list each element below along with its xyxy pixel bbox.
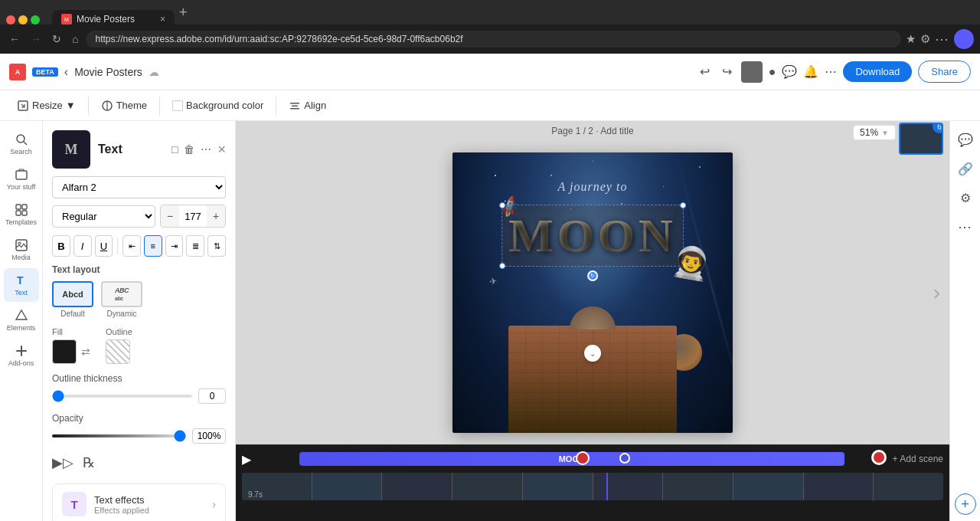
right-tool-settings[interactable]: ⚙ [953, 185, 978, 210]
tool-media[interactable]: Media [4, 233, 39, 267]
text-effects-section[interactable]: T Text effects Effects applied › [52, 483, 226, 521]
background-color-btn[interactable]: Background color [165, 97, 271, 114]
opacity-slider[interactable] [52, 434, 186, 437]
nav-home[interactable]: ⌂ [69, 31, 81, 47]
right-tool-comment[interactable]: 💬 [953, 127, 978, 152]
window-close[interactable] [6, 15, 15, 25]
panel-more-icon[interactable]: ⋯ [201, 143, 211, 156]
tool-your-stuff[interactable]: Your stuff [4, 162, 39, 196]
app-header: A BETA ‹ Movie Posters ☁ ↩ ↪ ● 💬 🔔 ⋯ Dow… [0, 54, 980, 90]
theme-btn[interactable]: Theme [93, 97, 155, 115]
font-style-select[interactable]: Regular [52, 205, 155, 228]
opacity-value[interactable] [192, 428, 226, 444]
italic-btn[interactable]: I [74, 235, 92, 257]
moon-text-container[interactable]: MOON ↻ [501, 205, 684, 267]
tool-addons[interactable]: Add-ons [4, 339, 39, 372]
cloud-icon: ☁ [149, 66, 159, 78]
text-format-row: B I U ⇤ ≡ ⇥ ≣ ⇅ [52, 235, 226, 257]
bold-btn[interactable]: B [52, 235, 70, 257]
download-button[interactable]: Download [843, 61, 912, 82]
font-size-input[interactable] [179, 211, 207, 222]
more-options[interactable]: ⋯ [825, 64, 837, 79]
resize-btn[interactable]: Resize ▼ [9, 97, 83, 115]
templates-icon [15, 203, 28, 217]
opacity-section: Opacity [52, 413, 226, 444]
next-page-arrow[interactable]: › [933, 280, 940, 305]
underline-btn[interactable]: U [95, 235, 113, 257]
right-tool-share[interactable]: 🔗 [953, 156, 978, 181]
undo-btn[interactable]: ↩ [697, 61, 713, 82]
address-bar[interactable] [86, 31, 901, 48]
rotation-handle[interactable]: ↻ [587, 270, 598, 281]
new-tab-btn[interactable]: + [175, 5, 192, 21]
zoom-level: 51% [860, 127, 878, 138]
panel-duplicate-icon[interactable]: □ [172, 143, 178, 156]
align-btn[interactable]: Align [281, 97, 334, 115]
font-size-increase[interactable]: + [207, 205, 225, 227]
canvas-timeline-area: Page 1 / 2 · Add title 51% ▼ 6 ⌄ [236, 121, 949, 521]
timeline-moon-bar[interactable]: MOON [299, 452, 844, 466]
panel-close-btn[interactable]: × [217, 142, 226, 158]
text-effects-sub: Effects applied [94, 506, 204, 515]
comment-icon[interactable]: 💬 [782, 64, 797, 79]
outline-section: Outline [106, 327, 132, 364]
timeline-handle-left[interactable] [576, 451, 590, 465]
outline-thickness-value[interactable] [198, 388, 226, 404]
nav-reload[interactable]: ↻ [49, 31, 64, 47]
align-right-btn[interactable]: ⇥ [165, 235, 184, 257]
add-scene-button[interactable]: + Add scene [893, 454, 943, 464]
font-style-size-row: Regular − + [52, 205, 226, 228]
layout-dynamic[interactable]: ABCabc Dynamic [101, 281, 142, 318]
canvas-scroll-down[interactable]: ⌄ [584, 345, 601, 362]
search-icon [15, 133, 28, 146]
share-button[interactable]: Share [918, 61, 971, 83]
align-left-btn[interactable]: ⇤ [122, 235, 141, 257]
tab-close-btn[interactable]: × [160, 14, 165, 25]
swap-colors-btn[interactable]: ⇄ [81, 346, 90, 358]
layout-default[interactable]: Abcd Default [52, 281, 93, 318]
nav-star[interactable]: ★ [906, 32, 916, 46]
trim-btn[interactable]: ℞ [83, 454, 95, 471]
animation-btn[interactable]: ▶▷ [52, 454, 74, 471]
timeline-handle-mid[interactable] [619, 453, 630, 464]
back-arrow[interactable]: ‹ [64, 65, 68, 79]
play-button[interactable]: ▶ [242, 452, 251, 467]
align-center-btn[interactable]: ≡ [144, 235, 162, 257]
font-size-decrease[interactable]: − [161, 205, 179, 227]
fill-color-swatch[interactable] [52, 339, 77, 364]
nav-ext[interactable]: ⚙ [920, 32, 930, 46]
tool-elements[interactable]: Elements [4, 303, 39, 337]
canvas-top-bar: Page 1 / 2 · Add title 51% ▼ 6 [236, 121, 949, 141]
right-tool-add[interactable]: + [955, 493, 976, 515]
font-family-select[interactable]: Alfarn 2 [52, 176, 226, 198]
list-btn[interactable]: ≣ [186, 235, 204, 257]
tool-search[interactable]: Search [4, 127, 39, 161]
tool-text[interactable]: T Text [4, 268, 39, 302]
text-effects-icon: T [62, 492, 87, 516]
outline-thickness-slider[interactable] [52, 395, 192, 398]
nav-back[interactable]: ← [6, 31, 23, 47]
canvas-area: Page 1 / 2 · Add title 51% ▼ 6 ⌄ [236, 121, 949, 444]
svg-rect-17 [21, 346, 22, 356]
location-icon[interactable]: ● [769, 65, 776, 79]
outline-color-swatch[interactable] [106, 339, 130, 364]
opacity-label: Opacity [52, 413, 226, 424]
tool-templates[interactable]: Templates [4, 198, 39, 231]
your-stuff-icon [15, 168, 28, 182]
spacing-btn[interactable]: ⇅ [207, 235, 226, 257]
redo-btn[interactable]: ↪ [719, 61, 735, 82]
browser-titlebar: M Movie Posters × + [0, 0, 980, 25]
color-preview-header[interactable] [741, 61, 763, 83]
nav-forward[interactable]: → [28, 31, 44, 47]
window-maximize[interactable] [31, 15, 40, 25]
movie-poster[interactable]: 🚀 ✈ A journey to MOON [452, 152, 733, 433]
user-avatar[interactable] [954, 29, 974, 49]
panel-delete-icon[interactable]: 🗑 [184, 143, 194, 156]
browser-tab[interactable]: M Movie Posters × [52, 10, 175, 25]
bell-icon[interactable]: 🔔 [803, 64, 818, 79]
right-tool-more[interactable]: ⋯ [953, 215, 978, 239]
spaceship2: ✈ [488, 275, 497, 287]
nav-more[interactable]: ⋯ [935, 31, 949, 48]
timeline-handle-right[interactable] [871, 450, 887, 465]
window-minimize[interactable] [18, 15, 28, 25]
